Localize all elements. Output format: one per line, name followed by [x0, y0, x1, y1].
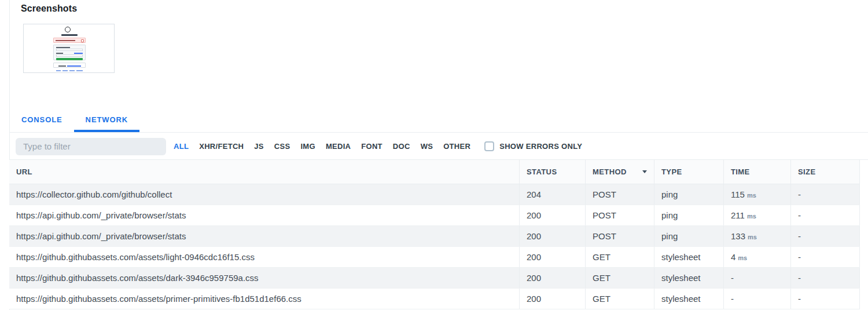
thumb-signin-button: [56, 58, 83, 61]
cell-time: -: [723, 289, 790, 309]
column-header-status[interactable]: STATUS: [519, 160, 585, 184]
filter-xhr-fetch[interactable]: XHR/FETCH: [194, 142, 249, 151]
thumb-error-banner: [53, 38, 86, 43]
thumb-signin-form: [53, 45, 86, 60]
show-errors-checkbox[interactable]: [484, 141, 494, 151]
thumb-password-label: [56, 53, 63, 54]
show-errors-only-toggle[interactable]: SHOW ERRORS ONLY: [484, 141, 582, 151]
table-row[interactable]: https://collector.github.com/github/coll…: [9, 184, 860, 205]
tab-console-label: CONSOLE: [21, 115, 62, 124]
screenshot-thumbnail[interactable]: [23, 24, 115, 73]
tab-network[interactable]: NETWORK: [74, 107, 139, 132]
cell-type: ping: [654, 205, 723, 225]
filter-media[interactable]: MEDIA: [321, 142, 356, 151]
time-unit: ms: [747, 211, 756, 220]
network-filter-bar: ALL XHR/FETCH JS CSS IMG MEDIA FONT DOC …: [10, 133, 868, 160]
thumb-password-input: [56, 54, 83, 57]
filter-font[interactable]: FONT: [356, 142, 388, 151]
table-row[interactable]: https://api.github.com/_private/browser/…: [9, 205, 860, 226]
cell-time: 115ms: [723, 184, 790, 205]
cell-method: POST: [585, 226, 654, 246]
cell-size: -: [790, 205, 860, 225]
cell-type: stylesheet: [654, 268, 723, 288]
filter-all[interactable]: ALL: [168, 142, 194, 151]
thumb-error-text: [56, 40, 75, 41]
type-filters: ALL XHR/FETCH JS CSS IMG MEDIA FONT DOC …: [168, 142, 476, 151]
column-header-type[interactable]: TYPE: [654, 160, 723, 184]
tab-network-label: NETWORK: [86, 115, 128, 124]
cell-size: -: [790, 184, 860, 205]
cell-time: -: [723, 268, 790, 288]
filter-other[interactable]: OTHER: [438, 142, 476, 151]
cell-status: 200: [519, 205, 585, 225]
time-unit: ms: [738, 253, 747, 261]
table-row[interactable]: https://github.githubassets.com/assets/d…: [9, 268, 860, 289]
time-unit: ms: [748, 232, 757, 240]
time-unit: ms: [747, 190, 756, 199]
cell-time: 133ms: [723, 226, 790, 246]
sort-arrow-icon[interactable]: [642, 170, 647, 173]
table-row[interactable]: https://github.githubassets.com/assets/p…: [9, 289, 860, 309]
cell-status: 200: [519, 268, 585, 288]
thumb-create-account-link: [67, 65, 81, 67]
cell-url: https://collector.github.com/github/coll…: [9, 184, 519, 205]
column-header-size[interactable]: SIZE: [790, 160, 860, 184]
tab-console[interactable]: CONSOLE: [10, 107, 74, 132]
filter-doc[interactable]: DOC: [388, 142, 415, 151]
filter-css[interactable]: CSS: [269, 142, 296, 151]
filter-ws[interactable]: WS: [415, 142, 439, 151]
column-header-url[interactable]: URL: [9, 160, 519, 184]
thumb-username-input: [56, 49, 83, 51]
cell-time: 211ms: [723, 205, 790, 225]
show-errors-label: SHOW ERRORS ONLY: [499, 142, 582, 151]
cell-url: https://github.githubassets.com/assets/p…: [9, 289, 519, 309]
thumb-forgot-password-link: [74, 53, 83, 54]
thumb-new-to-github-text: [58, 65, 66, 67]
filter-js[interactable]: JS: [249, 142, 269, 151]
cell-method: POST: [585, 184, 654, 205]
screenshots-section-title: Screenshots: [21, 3, 77, 14]
network-table: URL STATUS METHOD TYPE TIME SIZE https:/…: [9, 160, 860, 309]
cell-method: POST: [585, 205, 654, 225]
table-header-row: URL STATUS METHOD TYPE TIME SIZE: [9, 160, 860, 184]
filter-input[interactable]: [16, 138, 166, 155]
cell-type: stylesheet: [654, 289, 723, 309]
cell-size: -: [790, 268, 860, 288]
cell-size: -: [790, 247, 860, 267]
table-row[interactable]: https://github.githubassets.com/assets/l…: [9, 247, 860, 268]
cell-type: stylesheet: [654, 247, 723, 267]
cell-method: GET: [585, 268, 654, 288]
column-header-method[interactable]: METHOD: [585, 160, 654, 184]
cell-url: https://api.github.com/_private/browser/…: [9, 226, 519, 246]
cell-status: 200: [519, 226, 585, 246]
thumb-username-label: [56, 47, 70, 48]
cell-url: https://api.github.com/_private/browser/…: [9, 205, 519, 225]
cell-time: 4ms: [723, 247, 790, 267]
cell-method: GET: [585, 289, 654, 309]
cell-status: 200: [519, 247, 585, 267]
cell-url: https://github.githubassets.com/assets/l…: [9, 247, 519, 267]
cell-url: https://github.githubassets.com/assets/d…: [9, 268, 519, 288]
cell-status: 204: [519, 184, 585, 205]
filter-img[interactable]: IMG: [295, 142, 320, 151]
cell-type: ping: [654, 226, 723, 246]
thumb-error-close-icon: [81, 39, 84, 42]
table-row[interactable]: https://api.github.com/_private/browser/…: [9, 226, 860, 247]
column-header-time[interactable]: TIME: [723, 160, 790, 184]
cell-status: 200: [519, 289, 585, 309]
github-logo-icon: [65, 27, 71, 32]
cell-size: -: [790, 226, 860, 246]
cell-method: GET: [585, 247, 654, 267]
cell-type: ping: [654, 184, 723, 205]
thumb-footer-links: [56, 70, 83, 71]
thumb-create-account-box: [53, 63, 86, 68]
thumb-signin-heading: [61, 34, 78, 36]
devtools-tabs: CONSOLE NETWORK: [10, 107, 868, 133]
cell-size: -: [790, 289, 860, 309]
